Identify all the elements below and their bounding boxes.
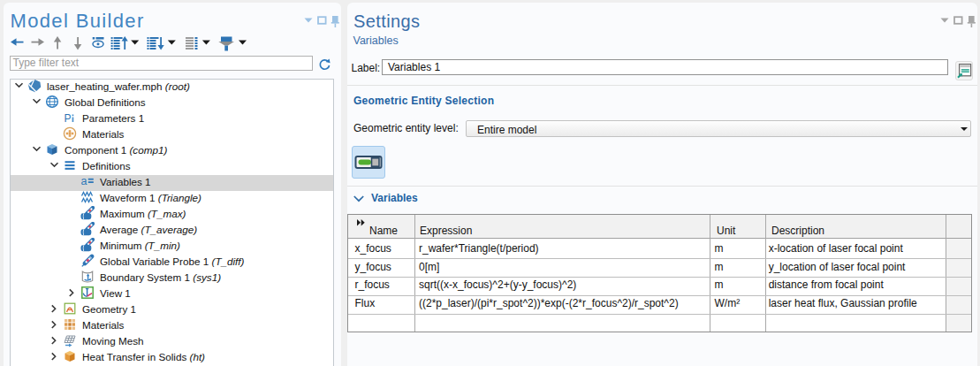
svg-text:P: P — [65, 112, 72, 125]
svg-text:a: a — [81, 175, 87, 187]
